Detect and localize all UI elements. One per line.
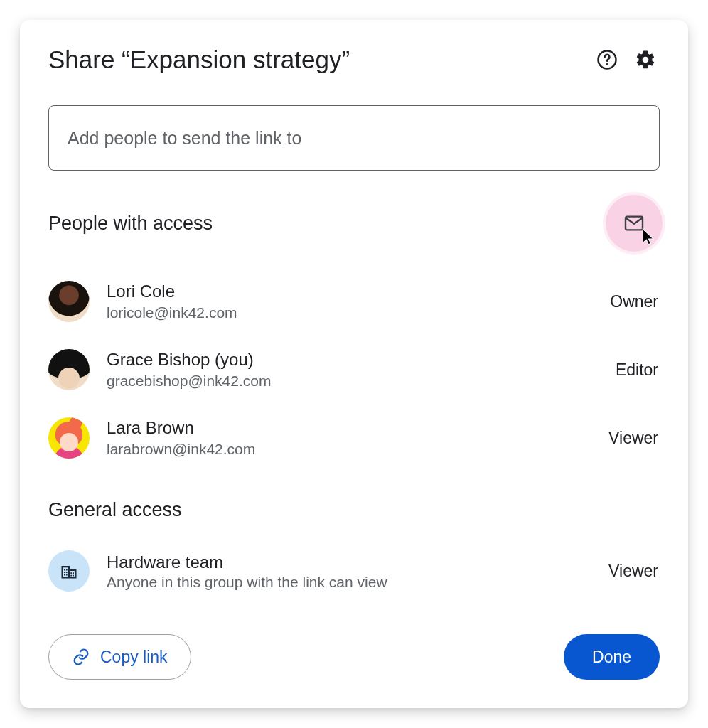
add-people-input[interactable] <box>66 127 642 149</box>
avatar <box>48 349 90 390</box>
person-role[interactable]: Viewer <box>608 429 660 448</box>
settings-button[interactable] <box>631 46 660 74</box>
person-email: gracebishop@ink42.com <box>107 371 616 391</box>
people-access-heading: People with access <box>48 213 606 235</box>
general-access-heading: General access <box>48 499 660 521</box>
done-button[interactable]: Done <box>564 634 660 680</box>
general-role[interactable]: Viewer <box>608 562 660 581</box>
general-access-row[interactable]: Hardware team Anyone in this group with … <box>48 537 660 605</box>
general-description: Anyone in this group with the link can v… <box>107 574 608 591</box>
person-role[interactable]: Owner <box>610 292 660 311</box>
person-row[interactable]: Lara Brown larabrown@ink42.com Viewer <box>48 404 660 472</box>
gear-icon <box>635 49 656 70</box>
link-icon <box>72 648 90 666</box>
copy-link-button[interactable]: Copy link <box>48 634 191 680</box>
person-email: loricole@ink42.com <box>107 303 610 323</box>
building-icon <box>59 561 79 581</box>
dialog-header: Share “Expansion strategy” <box>48 46 660 74</box>
done-label: Done <box>592 648 631 666</box>
person-text: Lara Brown larabrown@ink42.com <box>107 417 608 460</box>
help-icon <box>596 49 618 70</box>
people-access-header: People with access <box>48 195 660 252</box>
person-text: Grace Bishop (you) gracebishop@ink42.com <box>107 348 616 392</box>
help-button[interactable] <box>593 46 621 74</box>
person-name: Grace Bishop (you) <box>107 348 616 370</box>
add-people-field-wrapper[interactable] <box>48 105 660 171</box>
group-avatar <box>48 550 90 592</box>
person-row[interactable]: Grace Bishop (you) gracebishop@ink42.com… <box>48 336 660 404</box>
email-people-button[interactable] <box>606 195 663 252</box>
general-text: Hardware team Anyone in this group with … <box>107 551 608 591</box>
person-email: larabrown@ink42.com <box>107 439 608 459</box>
share-dialog: Share “Expansion strategy” People with a… <box>20 20 688 708</box>
avatar <box>48 417 90 459</box>
general-name: Hardware team <box>107 551 608 573</box>
svg-point-1 <box>606 63 608 65</box>
avatar <box>48 281 90 322</box>
person-row[interactable]: Lori Cole loricole@ink42.com Owner <box>48 267 660 336</box>
cursor-icon <box>641 228 657 246</box>
dialog-title: Share “Expansion strategy” <box>48 46 583 74</box>
person-role[interactable]: Editor <box>616 360 660 380</box>
person-text: Lori Cole loricole@ink42.com <box>107 280 610 323</box>
copy-link-label: Copy link <box>100 648 168 667</box>
person-name: Lori Cole <box>107 280 610 302</box>
person-name: Lara Brown <box>107 417 608 439</box>
general-access-section: General access Hardware team Anyone in t… <box>48 499 660 605</box>
dialog-footer: Copy link Done <box>48 634 660 680</box>
